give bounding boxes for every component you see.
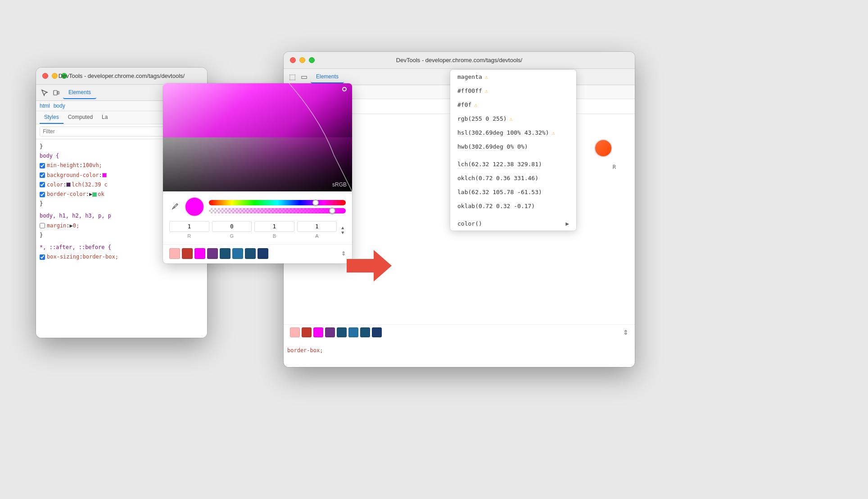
front-minimize-button[interactable]: [52, 73, 58, 79]
format-separator-2: [450, 213, 576, 217]
format-separator-1: [450, 154, 576, 157]
swatch-blue[interactable]: [232, 248, 243, 259]
channel-b-group: B: [254, 221, 294, 239]
channel-g-label: G: [230, 233, 234, 239]
back-swatch-4[interactable]: [337, 327, 347, 337]
channel-r-input[interactable]: [169, 221, 209, 232]
hue-thumb[interactable]: [312, 200, 319, 206]
tab-computed[interactable]: Computed: [63, 111, 97, 124]
hue-slider[interactable]: [209, 200, 346, 205]
format-magenta-warning: ⚠: [485, 74, 488, 80]
svg-marker-4: [347, 250, 392, 281]
back-maximize-button[interactable]: [309, 57, 315, 63]
back-border-box: border-box;: [287, 347, 323, 354]
format-magenta[interactable]: magenta ⚠: [450, 70, 576, 84]
color-picker-cursor[interactable]: [342, 87, 347, 91]
alpha-thumb[interactable]: [329, 208, 335, 214]
swatch-dark-blue-2[interactable]: [245, 248, 256, 259]
color-picker-controls: R G B A ▲ ▼: [163, 191, 352, 244]
format-f0f[interactable]: #f0f ⚠: [450, 98, 576, 112]
checkbox-margin[interactable]: [40, 223, 45, 228]
channel-a-label: A: [315, 233, 318, 239]
channel-a-group: A: [297, 221, 337, 239]
front-tab-elements[interactable]: Elements: [63, 86, 96, 99]
back-close-button[interactable]: [290, 57, 296, 63]
front-close-button[interactable]: [42, 73, 48, 79]
back-titlebar: DevTools - developer.chrome.com/tags/dev…: [284, 52, 635, 69]
swatch-magenta[interactable]: [194, 248, 205, 259]
color-format-dropdown: magenta ⚠ #ff00ff ⚠ #f0f ⚠ rgb(255 0 255…: [450, 70, 576, 231]
format-hsl[interactable]: hsl(302.69deg 100% 43.32%) ⚠: [450, 126, 576, 140]
tab-styles[interactable]: Styles: [40, 111, 63, 124]
color-picker-popup: sRGB: [163, 83, 352, 263]
format-ff00ff-warning: ⚠: [485, 88, 488, 94]
back-swatch-spinner[interactable]: ⇕: [623, 329, 628, 336]
swatch-navy[interactable]: [258, 248, 268, 259]
format-color-fn[interactable]: color() ▶: [450, 217, 576, 231]
swatch-dark-blue[interactable]: [220, 248, 231, 259]
front-window-title: DevTools - developer.chrome.com/tags/dev…: [59, 73, 185, 79]
format-oklab[interactable]: oklab(0.72 0.32 -0.17): [450, 199, 576, 213]
back-swatch-1[interactable]: [302, 327, 312, 337]
checkbox-min-height[interactable]: [40, 163, 45, 168]
format-hsl-text: hsl(302.69deg 100% 43.32%): [457, 129, 549, 136]
format-lch-text: lch(62.32 122.38 329.81): [457, 161, 542, 168]
back-tab-elements[interactable]: Elements: [311, 71, 344, 83]
breadcrumb-body[interactable]: body: [54, 103, 65, 109]
format-color-fn-arrow: ▶: [565, 220, 569, 227]
breadcrumb-html[interactable]: html: [40, 103, 50, 109]
color-gradient-area[interactable]: sRGB: [163, 83, 352, 191]
channel-b-input[interactable]: [254, 221, 294, 232]
swatch-purple[interactable]: [207, 248, 218, 259]
format-magenta-text: magenta: [457, 73, 482, 80]
format-f0f-text: #f0f: [457, 101, 471, 108]
bg-color-swatch-inline[interactable]: [102, 173, 107, 177]
color-circle-preview: [185, 197, 204, 217]
back-swatch-3[interactable]: [325, 327, 335, 337]
swatch-spinner[interactable]: ⇕: [341, 250, 346, 257]
checkbox-box-sizing[interactable]: [40, 254, 45, 260]
format-rgb[interactable]: rgb(255 0 255) ⚠: [450, 112, 576, 126]
back-swatch-5[interactable]: [348, 327, 358, 337]
svg-point-2: [176, 204, 178, 205]
tab-la[interactable]: La: [97, 111, 112, 124]
format-oklch[interactable]: oklch(0.72 0.36 331.46): [450, 171, 576, 185]
swatch-red[interactable]: [182, 248, 193, 259]
format-color-fn-text: color(): [457, 220, 482, 227]
format-lab-text: lab(62.32 105.78 -61.53): [457, 189, 542, 195]
channel-b-label: B: [273, 233, 276, 239]
back-device-icon[interactable]: ▭: [299, 72, 309, 82]
format-oklab-text: oklab(0.72 0.32 -0.17): [457, 203, 535, 209]
color-swatch-inline[interactable]: [66, 182, 71, 187]
back-swatch-6[interactable]: [360, 327, 370, 337]
format-hwb[interactable]: hwb(302.69deg 0% 0%): [450, 140, 576, 154]
front-inspect-icon[interactable]: [40, 88, 50, 98]
back-traffic-lights: [290, 57, 315, 63]
channel-r-group: R: [169, 221, 209, 239]
srgb-label: sRGB: [332, 181, 347, 188]
color-sliders: [209, 200, 346, 213]
format-ff00ff[interactable]: #ff00ff ⚠: [450, 84, 576, 98]
format-rgb-text: rgb(255 0 255): [457, 115, 507, 122]
format-lab[interactable]: lab(62.32 105.78 -61.53): [450, 185, 576, 199]
back-swatch-2[interactable]: [313, 327, 323, 337]
channel-a-input[interactable]: [297, 221, 337, 232]
swatch-pink[interactable]: [169, 248, 180, 259]
border-color-swatch-inline[interactable]: [92, 192, 97, 197]
back-color-preview-circle: [594, 139, 612, 157]
alpha-slider[interactable]: [209, 208, 346, 213]
checkbox-border-color[interactable]: [40, 192, 45, 197]
front-device-icon[interactable]: [51, 88, 61, 98]
checkbox-color[interactable]: [40, 182, 45, 187]
eyedropper-button[interactable]: [169, 201, 180, 212]
channel-spinner[interactable]: ▲ ▼: [339, 224, 346, 236]
back-minimize-button[interactable]: [299, 57, 305, 63]
back-window-title: DevTools - developer.chrome.com/tags/dev…: [396, 57, 522, 64]
format-lch[interactable]: lch(62.32 122.38 329.81): [450, 157, 576, 171]
back-inspect-icon[interactable]: ⬚: [287, 72, 297, 82]
back-swatch-7[interactable]: [372, 327, 382, 337]
back-swatch-0[interactable]: [290, 327, 300, 337]
channel-g-input[interactable]: [212, 221, 252, 232]
checkbox-bg-color[interactable]: [40, 172, 45, 178]
format-hsl-warning: ⚠: [552, 130, 555, 136]
